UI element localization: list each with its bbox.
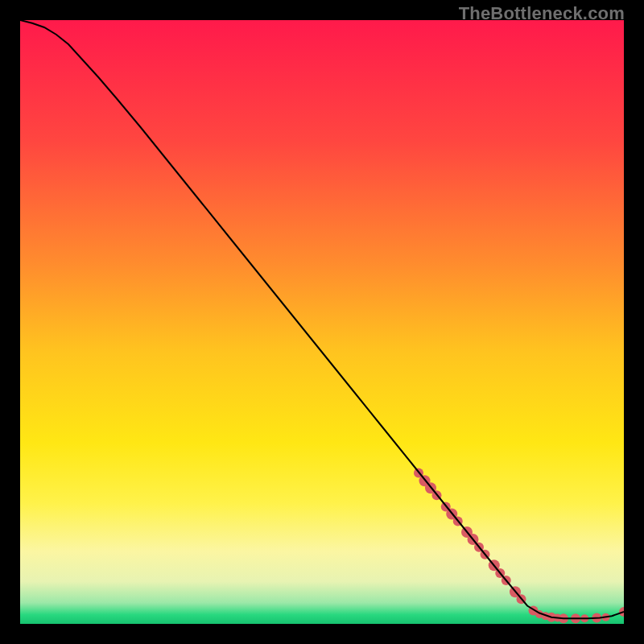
chart-background bbox=[20, 20, 624, 624]
chart-plot bbox=[20, 20, 624, 624]
chart-stage: TheBottleneck.com bbox=[0, 0, 644, 644]
